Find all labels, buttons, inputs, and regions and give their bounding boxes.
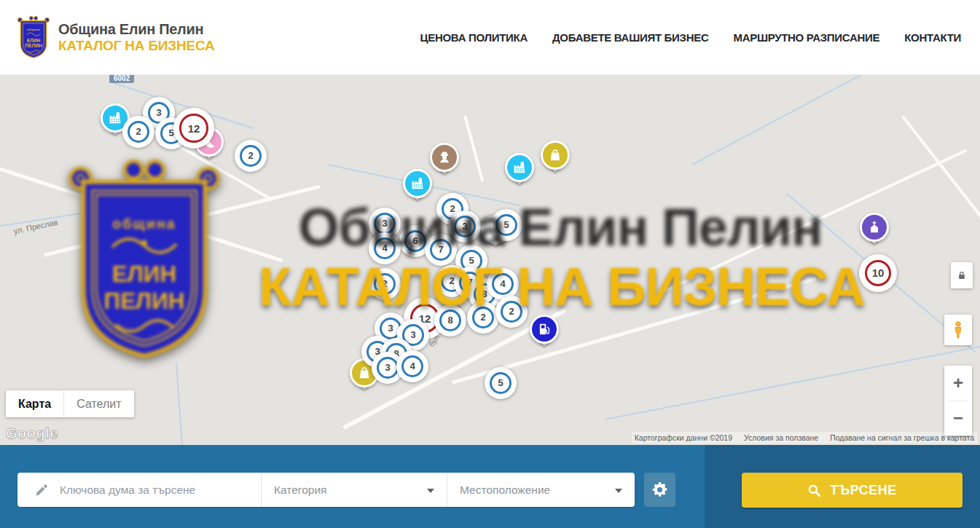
main-nav: ЦЕНОВА ПОЛИТИКА ДОБАВЕТЕ ВАШИЯТ БИЗНЕС М…: [420, 31, 961, 44]
worker-icon: [430, 143, 459, 172]
pin-worker[interactable]: [430, 143, 459, 181]
shield-name-line1: ЕЛИН: [27, 37, 41, 42]
map-road: [901, 115, 980, 277]
cluster-count: 2: [480, 312, 485, 323]
search-fields-group: Категория Местоположение: [17, 473, 635, 507]
fuel-icon: [530, 315, 559, 344]
search-bar: Категория Местоположение ТЪРСЕНЕ: [0, 445, 980, 528]
cluster-count: 3: [462, 221, 467, 232]
cluster-count: 3: [410, 329, 415, 340]
cluster-marker[interactable]: 5: [490, 209, 522, 241]
bag-icon: [541, 141, 570, 170]
cluster-marker[interactable]: 10: [859, 254, 897, 292]
brand-title: Община Елин Пелин: [58, 21, 215, 38]
cluster-count: 2: [248, 150, 253, 161]
cluster-count: 3: [156, 107, 161, 118]
pin-church[interactable]: [860, 213, 889, 251]
map-type-map-button[interactable]: Карта: [6, 390, 63, 417]
pencil-icon: [35, 483, 49, 497]
watermark-title: Община Елин Пелин: [246, 197, 874, 257]
cluster-count: 8: [447, 315, 452, 326]
category-select-value: Категория: [274, 484, 326, 497]
google-logo[interactable]: Google: [6, 425, 58, 442]
search-button-label: ТЪРСЕНЕ: [830, 483, 897, 498]
cluster-marker[interactable]: 2: [495, 296, 528, 328]
cluster-count: 7: [438, 244, 443, 255]
search-button[interactable]: ТЪРСЕНЕ: [742, 473, 963, 508]
keyword-field: [17, 473, 261, 507]
watermark-shield-icon: община ЕЛИН ПЕЛИН: [62, 157, 227, 365]
map-type-control: Карта Сателит: [6, 390, 134, 417]
page: община ЕЛИН ПЕЛИН Община Елин Пелин КАТА…: [0, 0, 980, 528]
nav-contacts[interactable]: КОНТАКТИ: [904, 31, 961, 44]
map-road: [692, 75, 866, 165]
cluster-marker[interactable]: 2: [467, 302, 499, 334]
cluster-marker[interactable]: 2: [122, 116, 154, 148]
watermark-shield-name2: ПЕЛИН: [104, 288, 185, 314]
cluster-count: 4: [409, 360, 415, 371]
cluster-marker[interactable]: 7: [425, 234, 457, 266]
cluster-count: 3: [385, 362, 390, 373]
cluster-marker[interactable]: 12: [173, 108, 214, 149]
cluster-count: 10: [872, 267, 885, 279]
map-attribution: Картографски данни ©2019 Условия за полз…: [632, 432, 977, 444]
location-select[interactable]: Местоположение: [447, 473, 635, 507]
municipality-shield-icon: община ЕЛИН ПЕЛИН: [16, 15, 51, 60]
cluster-count: 3: [388, 323, 393, 334]
pin-factory[interactable]: [505, 153, 534, 191]
gear-icon: [652, 482, 667, 497]
attribution-copyright: Картографски данни ©2019: [635, 433, 732, 442]
cluster-count: 6: [412, 235, 418, 246]
advanced-settings-button[interactable]: [644, 473, 675, 507]
pegman-icon: [952, 320, 965, 339]
cluster-marker[interactable]: 4: [369, 232, 401, 264]
keyword-search-input[interactable]: [60, 484, 242, 497]
cluster-count: 2: [450, 203, 455, 214]
factory-icon: [505, 153, 534, 182]
map-type-satellite-button[interactable]: Сателит: [63, 390, 133, 417]
pin-bag[interactable]: [541, 141, 570, 178]
nav-pricing-policy[interactable]: ЦЕНОВА ПОЛИТИКА: [420, 31, 528, 44]
zoom-control: + −: [944, 366, 972, 436]
map-road: [605, 344, 980, 420]
location-select-value: Местоположение: [460, 484, 550, 497]
pin-factory[interactable]: [403, 169, 432, 207]
map-road: [463, 115, 484, 183]
zoom-in-button[interactable]: +: [944, 366, 972, 401]
attribution-terms-link[interactable]: Условия за ползване: [744, 433, 818, 442]
zoom-out-button[interactable]: −: [944, 401, 972, 436]
chevron-down-icon: [427, 489, 434, 493]
cluster-count: 3: [382, 218, 387, 229]
cluster-count: 5: [469, 255, 474, 266]
shield-name-line2: ПЕЛИН: [25, 43, 42, 48]
padlock-icon: [957, 270, 967, 280]
cluster-marker[interactable]: 3: [449, 210, 481, 243]
church-icon: [860, 213, 889, 242]
cluster-marker[interactable]: 5: [485, 367, 517, 399]
cluster-marker[interactable]: 4: [396, 350, 428, 382]
cluster-count: 4: [500, 278, 505, 289]
category-select[interactable]: Категория: [261, 473, 447, 507]
nav-add-business[interactable]: ДОБАВЕТЕ ВАШИЯТ БИЗНЕС: [552, 31, 708, 44]
cluster-count: 12: [188, 122, 200, 135]
lock-button[interactable]: [951, 262, 973, 288]
map-road: [176, 363, 183, 445]
street-view-pegman-button[interactable]: [944, 315, 972, 345]
cluster-marker[interactable]: 8: [434, 304, 466, 336]
pin-fuel[interactable]: [530, 315, 559, 352]
route-badge: 6002: [109, 75, 134, 83]
cluster-marker[interactable]: 2: [235, 140, 267, 172]
shield-top-label: община: [27, 28, 41, 31]
map-road: [656, 149, 968, 296]
cluster-count: 5: [498, 377, 503, 388]
cluster-count: 2: [382, 278, 387, 289]
header: община ЕЛИН ПЕЛИН Община Елин Пелин КАТА…: [0, 0, 980, 75]
factory-icon: [403, 169, 432, 198]
cluster-count: 8: [482, 288, 487, 299]
brand-logo[interactable]: община ЕЛИН ПЕЛИН Община Елин Пелин КАТА…: [16, 15, 215, 60]
cluster-marker[interactable]: 2: [369, 268, 401, 300]
map-canvas[interactable]: 6002 ул. Преслав бул. „Новосел 3 2 5 12 …: [0, 75, 980, 445]
nav-route-schedule[interactable]: МАРШРУТНО РАЗПИСАНИЕ: [733, 31, 879, 44]
cluster-count: 2: [509, 306, 514, 317]
map-road: [0, 162, 283, 263]
